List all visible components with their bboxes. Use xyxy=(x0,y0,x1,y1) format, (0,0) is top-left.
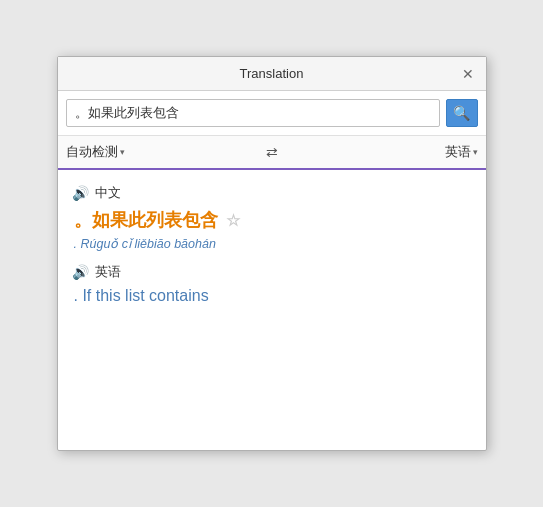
translation-input[interactable] xyxy=(66,99,440,127)
chinese-section-header: 🔊 中文 xyxy=(72,184,472,202)
english-section-header: 🔊 英语 xyxy=(72,263,472,281)
favorite-star-icon[interactable]: ☆ xyxy=(226,211,240,230)
window-title: Translation xyxy=(84,66,460,81)
target-language-label: 英语 xyxy=(445,144,471,161)
english-section: 🔊 英语 . If this list contains xyxy=(72,263,472,305)
pinyin-text: . Rúguǒ cǐ liěbiāo bāohán xyxy=(72,236,472,251)
chinese-speaker-icon[interactable]: 🔊 xyxy=(72,185,89,201)
swap-languages-button[interactable]: ⇄ xyxy=(257,144,287,160)
target-language-selector[interactable]: 英语 ▾ xyxy=(287,144,478,161)
english-label: 英语 xyxy=(95,263,121,281)
english-speaker-icon[interactable]: 🔊 xyxy=(72,264,89,280)
source-language-selector[interactable]: 自动检测 ▾ xyxy=(66,144,257,161)
translate-button[interactable]: 🔍 xyxy=(446,99,478,127)
chinese-phrase-row: 。如果此列表包含 ☆ xyxy=(72,208,472,232)
chinese-label: 中文 xyxy=(95,184,121,202)
language-bar: 自动检测 ▾ ⇄ 英语 ▾ xyxy=(58,136,486,170)
translation-window: Translation ✕ 🔍 自动检测 ▾ ⇄ 英语 ▾ 🔊 中文 。如果此列… xyxy=(57,56,487,451)
input-row: 🔍 xyxy=(58,91,486,136)
english-translation-text: . If this list contains xyxy=(72,287,472,305)
chinese-text: 。如果此列表包含 xyxy=(74,208,218,232)
title-bar: Translation ✕ xyxy=(58,57,486,91)
translation-content: 🔊 中文 。如果此列表包含 ☆ . Rúguǒ cǐ liěbiāo bāohá… xyxy=(58,170,486,450)
source-language-label: 自动检测 xyxy=(66,144,118,161)
target-lang-dropdown-icon: ▾ xyxy=(473,147,478,157)
close-button[interactable]: ✕ xyxy=(460,66,476,82)
source-lang-dropdown-icon: ▾ xyxy=(120,147,125,157)
google-translate-icon: 🔍 xyxy=(453,105,470,121)
